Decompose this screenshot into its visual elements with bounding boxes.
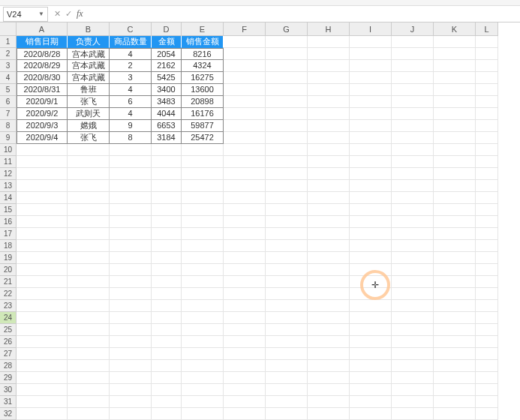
col-header-J[interactable]: J [392, 22, 434, 36]
table-cell[interactable]: 59877 [182, 120, 224, 132]
cell[interactable] [350, 300, 392, 312]
cell[interactable] [182, 408, 224, 420]
cell[interactable] [476, 48, 498, 60]
cell[interactable] [152, 264, 182, 276]
cell[interactable] [308, 144, 350, 156]
cell[interactable] [224, 312, 266, 324]
cell[interactable] [476, 120, 498, 132]
cell[interactable] [476, 372, 498, 384]
cell[interactable] [308, 264, 350, 276]
cell[interactable] [182, 288, 224, 300]
cell[interactable] [266, 180, 308, 192]
cell[interactable] [350, 372, 392, 384]
cell[interactable] [110, 288, 152, 300]
cell[interactable] [182, 396, 224, 408]
table-cell[interactable]: 嫦娥 [68, 120, 110, 132]
cell[interactable] [392, 300, 434, 312]
cell[interactable] [308, 204, 350, 216]
cell[interactable] [110, 384, 152, 396]
cell[interactable] [392, 180, 434, 192]
table-cell[interactable]: 2020/8/30 [17, 72, 68, 84]
cell[interactable] [308, 336, 350, 348]
cell[interactable] [434, 96, 476, 108]
row-header-19[interactable]: 19 [0, 252, 17, 264]
cell[interactable] [266, 168, 308, 180]
table-cell[interactable]: 3400 [152, 84, 182, 96]
cell[interactable] [350, 276, 392, 288]
table-cell[interactable]: 2020/9/1 [17, 96, 68, 108]
cell[interactable] [152, 192, 182, 204]
cell[interactable] [110, 156, 152, 168]
cell[interactable] [392, 168, 434, 180]
cell[interactable] [182, 384, 224, 396]
cell[interactable] [434, 252, 476, 264]
cell[interactable] [266, 240, 308, 252]
cell[interactable] [434, 228, 476, 240]
cell[interactable] [266, 108, 308, 120]
cell[interactable] [110, 300, 152, 312]
cell[interactable] [224, 336, 266, 348]
cell[interactable] [182, 276, 224, 288]
cell[interactable] [68, 144, 110, 156]
cell[interactable] [350, 72, 392, 84]
cell[interactable] [182, 240, 224, 252]
table-cell[interactable]: 宫本武藏 [68, 72, 110, 84]
row-header-29[interactable]: 29 [0, 372, 17, 384]
cell[interactable] [182, 264, 224, 276]
cell[interactable] [392, 228, 434, 240]
cell[interactable] [152, 204, 182, 216]
cell[interactable] [266, 72, 308, 84]
cell[interactable] [308, 120, 350, 132]
table-cell[interactable]: 6 [110, 96, 152, 108]
cell[interactable] [350, 132, 392, 144]
cell[interactable] [110, 144, 152, 156]
cell[interactable] [68, 396, 110, 408]
cell[interactable] [308, 84, 350, 96]
cell[interactable] [110, 372, 152, 384]
table-cell[interactable]: 鲁班 [68, 84, 110, 96]
cell[interactable] [476, 252, 498, 264]
cell[interactable] [224, 168, 266, 180]
cell[interactable] [392, 204, 434, 216]
cell[interactable] [152, 300, 182, 312]
cell[interactable] [476, 312, 498, 324]
table-cell[interactable]: 3 [110, 72, 152, 84]
row-header-10[interactable]: 10 [0, 144, 17, 156]
cell[interactable] [17, 276, 68, 288]
cell[interactable] [224, 276, 266, 288]
cell[interactable] [266, 96, 308, 108]
cell[interactable] [434, 48, 476, 60]
cell[interactable] [392, 324, 434, 336]
cell[interactable] [68, 276, 110, 288]
cell[interactable] [476, 36, 498, 48]
cell[interactable] [182, 168, 224, 180]
cell[interactable] [110, 396, 152, 408]
cell[interactable] [17, 300, 68, 312]
cell[interactable] [434, 36, 476, 48]
cell[interactable] [110, 240, 152, 252]
table-cell[interactable]: 6653 [152, 120, 182, 132]
cell[interactable] [152, 144, 182, 156]
cell[interactable] [308, 228, 350, 240]
cell[interactable] [392, 72, 434, 84]
cell[interactable] [308, 192, 350, 204]
cell[interactable] [182, 372, 224, 384]
row-header-6[interactable]: 6 [0, 96, 17, 108]
table-cell[interactable]: 2020/8/31 [17, 84, 68, 96]
cell[interactable] [224, 180, 266, 192]
cell[interactable] [110, 192, 152, 204]
col-header-H[interactable]: H [308, 22, 350, 36]
cell[interactable] [392, 48, 434, 60]
cell[interactable] [308, 360, 350, 372]
cell[interactable] [434, 360, 476, 372]
cell[interactable] [152, 276, 182, 288]
cell[interactable] [17, 144, 68, 156]
cell[interactable] [110, 324, 152, 336]
row-header-15[interactable]: 15 [0, 204, 17, 216]
cell[interactable] [392, 384, 434, 396]
table-cell[interactable]: 16275 [182, 72, 224, 84]
cell[interactable] [350, 360, 392, 372]
cell[interactable] [224, 132, 266, 144]
cell[interactable] [266, 408, 308, 420]
cell[interactable] [434, 108, 476, 120]
